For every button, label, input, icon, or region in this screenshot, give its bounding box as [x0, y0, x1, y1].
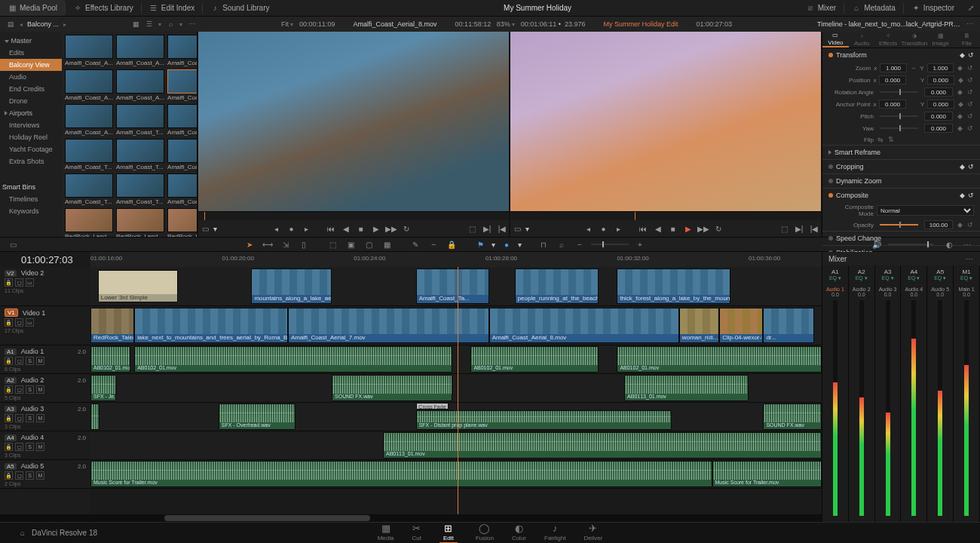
- bus-a3[interactable]: A3EQ ▾: [875, 265, 902, 284]
- play-button[interactable]: ▶: [369, 222, 383, 235]
- view-list2-icon[interactable]: ☰: [145, 20, 154, 29]
- bin-extra-shots[interactable]: Extra Shots: [0, 155, 62, 167]
- next-frame-button[interactable]: ▶▶: [384, 222, 398, 235]
- bus-a5[interactable]: A5EQ ▾: [927, 265, 954, 284]
- track-disable-button[interactable]: ▭: [26, 318, 34, 327]
- caret-left-icon[interactable]: ◂: [20, 21, 23, 28]
- clip-thumbnail[interactable]: RedRock_Land...: [167, 208, 197, 237]
- mute-button[interactable]: M: [36, 443, 44, 451]
- mute-button[interactable]: M: [36, 357, 44, 365]
- timeline-canvas[interactable]: Lower 3rd Simple Underline mountains_alo…: [90, 267, 822, 514]
- sound-lib-tab[interactable]: ♪Sound Library: [203, 0, 277, 16]
- clip-thumbnail[interactable]: Amalfi_Coast_A...: [116, 69, 164, 101]
- mark-in-button[interactable]: ●: [285, 222, 299, 235]
- timeline-timecode[interactable]: 01:00:27:03: [0, 252, 90, 267]
- timeline-clip[interactable]: woman_ridi...: [679, 308, 719, 343]
- effects-tab[interactable]: ✧Effects Library: [66, 0, 141, 16]
- reset-icon[interactable]: ↺: [967, 100, 974, 108]
- track-arm-button[interactable]: ◻: [15, 357, 23, 365]
- goto-out-button[interactable]: ▶|: [480, 222, 494, 235]
- stop-button[interactable]: ■: [354, 222, 368, 235]
- dynamic-zoom-header[interactable]: Dynamic Zoom: [822, 174, 980, 188]
- transform-header[interactable]: Transform◆↺: [822, 48, 980, 62]
- mixer-channel[interactable]: Audio 10.0: [822, 284, 849, 522]
- track-lock-button[interactable]: 🔒: [5, 443, 13, 451]
- yaw-field[interactable]: 0.000: [924, 124, 953, 133]
- solo-button[interactable]: S: [26, 471, 34, 480]
- bin-audio[interactable]: Audio: [0, 71, 62, 83]
- reset-icon[interactable]: ↺: [966, 124, 974, 132]
- clip-thumbnail[interactable]: Amalfi_Coast_A...: [65, 35, 113, 66]
- position-lock-button[interactable]: 🔒: [445, 238, 458, 250]
- rotation-slider[interactable]: [880, 91, 918, 93]
- reset-icon[interactable]: ↺: [967, 64, 974, 72]
- view-list-icon[interactable]: ▤: [6, 20, 15, 29]
- bin-interviews[interactable]: Interviews: [0, 119, 62, 131]
- page-color[interactable]: ◐Color: [512, 523, 526, 544]
- inspector-tab-image[interactable]: ▦Image: [927, 32, 954, 48]
- track-header-a5[interactable]: A5Audio 52.0 🔒◻SM 2 Clips: [0, 460, 90, 489]
- replace-button[interactable]: ▢: [362, 238, 375, 250]
- composite-header[interactable]: Composite◆↺: [822, 189, 980, 202]
- linked-move-button[interactable]: ⌕: [555, 238, 568, 250]
- mixer-channel[interactable]: Audio 40.0: [901, 284, 927, 522]
- track-arm-button[interactable]: ◻: [15, 385, 23, 394]
- page-cut[interactable]: ✂Cut: [412, 523, 421, 544]
- volume-slider[interactable]: [888, 244, 933, 245]
- flip-v-icon[interactable]: ⇅: [887, 136, 895, 143]
- caret-right-icon[interactable]: ▸: [63, 21, 66, 28]
- mute-button[interactable]: M: [36, 385, 44, 394]
- keyframe-icon[interactable]: ◆: [957, 100, 964, 108]
- timeline-clip[interactable]: AB0113_01.mov: [624, 375, 749, 401]
- timeline-clip[interactable]: dr...: [763, 308, 814, 343]
- metadata-tab[interactable]: ⌂Metadata: [844, 0, 903, 16]
- bin-master[interactable]: Master: [0, 35, 62, 47]
- next-edit-button[interactable]: ▸: [612, 222, 626, 235]
- bus-a4[interactable]: A4EQ ▾: [901, 265, 927, 284]
- clip-thumbnail[interactable]: Amalfi_Coast_T...: [116, 173, 164, 205]
- volume-icon[interactable]: 🔊: [870, 238, 884, 250]
- track-arm-button[interactable]: ◻: [15, 471, 23, 480]
- zoom-slider[interactable]: [591, 244, 629, 245]
- pitch-field[interactable]: 0.000: [924, 112, 953, 121]
- first-frame-button[interactable]: ⏮: [324, 222, 338, 235]
- anchor-y-field[interactable]: 0.000: [927, 100, 954, 109]
- pos-x-field[interactable]: 0.000: [879, 75, 905, 84]
- prev-edit-button[interactable]: ◂: [270, 222, 283, 235]
- timeline-scrubber[interactable]: [510, 211, 821, 220]
- mixer-channel[interactable]: Audio 30.0: [875, 284, 902, 522]
- track-header-v2[interactable]: V2Video 2 🔒◻▭ 11 Clips: [0, 267, 90, 306]
- timeline-clip[interactable]: AB0102_01.mov: [90, 346, 130, 373]
- composite-mode-select[interactable]: Normal: [877, 205, 974, 216]
- marker-button[interactable]: ●: [500, 238, 513, 250]
- dynamic-trim-button[interactable]: ⇲: [279, 238, 292, 250]
- timeline-name[interactable]: My Summer Holiday Edit: [603, 20, 678, 28]
- solo-button[interactable]: S: [26, 357, 34, 365]
- edit-index-tab[interactable]: ☰Edit Index: [142, 0, 202, 16]
- clip-thumbnail[interactable]: Amalfi_Coast_A...: [116, 35, 164, 66]
- track-lock-button[interactable]: 🔒: [5, 471, 13, 480]
- play-button[interactable]: ▶: [681, 222, 695, 235]
- inspector-tab-video[interactable]: ▭Video: [822, 32, 849, 48]
- page-fairlight[interactable]: ♪Fairlight: [544, 523, 565, 544]
- solo-button[interactable]: S: [26, 443, 34, 451]
- pitch-slider[interactable]: [880, 115, 918, 117]
- yaw-slider[interactable]: [880, 127, 918, 129]
- timeline-clip[interactable]: lake_next_to_mountains_and_trees_aerial_…: [134, 308, 288, 343]
- reset-icon[interactable]: ↺: [968, 192, 974, 199]
- overwrite-button[interactable]: ▣: [344, 238, 357, 250]
- cropping-header[interactable]: Cropping◆↺: [822, 160, 980, 173]
- more-icon[interactable]: ⋯: [187, 20, 196, 29]
- insert-button[interactable]: ⬚: [326, 238, 339, 250]
- pos-y-field[interactable]: 0.000: [927, 75, 954, 84]
- keyframe-icon[interactable]: ◆: [960, 163, 965, 170]
- zoom-x-field[interactable]: 1.000: [880, 63, 907, 72]
- timeline-screen[interactable]: [510, 32, 821, 211]
- track-auto-button[interactable]: ◻: [15, 278, 23, 287]
- timeline-clip[interactable]: Amalfi_Coast_Aerial_7.mov: [288, 308, 489, 343]
- clip-thumbnail[interactable]: RedRock_Land...: [65, 208, 113, 237]
- track-lock-button[interactable]: 🔒: [5, 278, 13, 287]
- mute-button[interactable]: M: [36, 414, 44, 422]
- track-arm-button[interactable]: ◻: [15, 414, 23, 422]
- reset-icon[interactable]: ↺: [968, 51, 974, 59]
